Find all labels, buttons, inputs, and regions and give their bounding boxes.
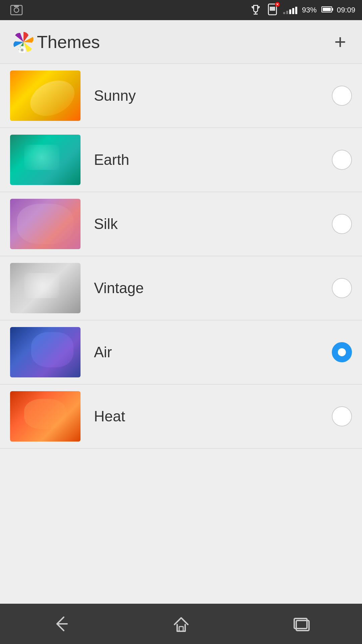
recents-icon [292,614,312,634]
status-bar: ✕ 93% 09:09 [0,0,362,20]
add-button[interactable]: + [328,30,352,54]
radio-button-vintage[interactable] [332,278,352,298]
theme-item-sunny[interactable]: Sunny [0,64,362,128]
app-title: Themes [37,32,328,52]
theme-item-air[interactable]: Air [0,320,362,384]
home-button[interactable] [121,604,242,644]
add-icon: + [334,32,346,52]
theme-thumbnail-heat [10,391,81,442]
app-bar: Themes + [0,20,362,64]
svg-rect-2 [14,5,19,7]
status-bar-left [7,4,246,16]
themes-list: SunnyEarthSilkVintageAirHeat [0,64,362,604]
svg-point-9 [21,49,23,51]
back-icon [50,614,70,634]
recents-button[interactable] [241,604,362,644]
theme-thumbnail-earth [10,135,81,185]
bottom-nav [0,604,362,644]
sim-icon: ✕ [266,3,278,17]
battery-icon [321,6,332,14]
photo-icon [10,4,23,16]
theme-thumbnail-silk [10,199,81,249]
signal-bars [283,6,297,14]
svg-rect-10 [179,627,183,631]
theme-item-earth[interactable]: Earth [0,128,362,192]
theme-thumbnail-vintage [10,263,81,313]
theme-name-earth: Earth [81,151,332,168]
theme-name-heat: Heat [81,408,332,425]
theme-item-silk[interactable]: Silk [0,192,362,256]
radio-button-air[interactable] [332,342,352,362]
theme-name-air: Air [81,344,332,361]
status-bar-right: ✕ 93% 09:09 [250,3,355,17]
radio-button-earth[interactable] [332,150,352,170]
theme-thumbnail-sunny [10,71,81,121]
back-button[interactable] [0,604,121,644]
svg-rect-6 [270,7,275,11]
status-time: 09:09 [337,6,355,14]
app-logo [10,29,37,55]
theme-name-silk: Silk [81,216,332,232]
svg-point-1 [14,8,19,12]
theme-name-sunny: Sunny [81,87,332,104]
radio-button-heat[interactable] [332,406,352,426]
radio-button-silk[interactable] [332,214,352,234]
trophy-icon [250,4,262,16]
theme-thumbnail-air [10,327,81,377]
theme-item-heat[interactable]: Heat [0,384,362,449]
battery-percent: 93% [302,6,317,14]
svg-rect-8 [20,46,24,48]
radio-button-sunny[interactable] [332,86,352,106]
theme-name-vintage: Vintage [81,280,332,296]
theme-item-vintage[interactable]: Vintage [0,256,362,320]
home-icon [171,614,191,634]
